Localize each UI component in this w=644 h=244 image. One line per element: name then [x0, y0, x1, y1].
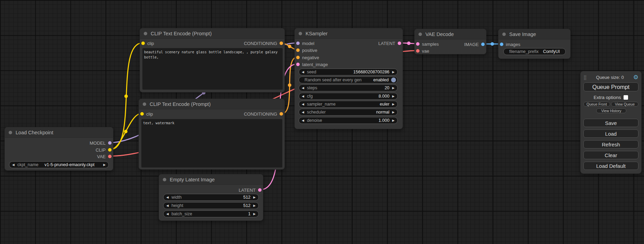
right-arrow-icon[interactable]: ▶	[250, 202, 258, 209]
clear-button[interactable]: Clear	[583, 151, 638, 159]
slot-dot[interactable]	[108, 155, 112, 158]
widget-steps[interactable]: ◀ steps 20 ▶	[299, 84, 398, 91]
prompt-textarea[interactable]: beautiful scenery nature glass bottle la…	[142, 48, 283, 90]
right-arrow-icon[interactable]: ▶	[250, 211, 258, 217]
left-arrow-icon[interactable]: ◀	[299, 85, 307, 91]
right-arrow-icon[interactable]: ▶	[389, 101, 397, 107]
left-arrow-icon[interactable]: ◀	[9, 162, 17, 168]
left-arrow-icon[interactable]: ◀	[164, 194, 171, 200]
input-slot-positive[interactable]: positive	[296, 47, 317, 54]
node-vae-decode[interactable]: VAE Decode samples vae IMAGE	[414, 29, 486, 54]
right-arrow-icon[interactable]: ▶	[389, 109, 397, 115]
slot-dot[interactable]	[280, 42, 283, 45]
input-slot-images[interactable]: images	[500, 41, 520, 48]
slot-dot[interactable]	[140, 112, 144, 116]
node-save-image[interactable]: Save Image images filename_prefix ComfyU…	[498, 29, 571, 59]
left-arrow-icon[interactable]: ◀	[299, 101, 307, 107]
output-slot-image[interactable]: IMAGE	[464, 41, 485, 48]
left-arrow-icon[interactable]: ◀	[299, 69, 307, 75]
node-title-bar[interactable]: VAE Decode	[415, 29, 486, 39]
slot-dot[interactable]	[481, 43, 485, 46]
slot-dot[interactable]	[296, 48, 300, 52]
widget-denoise[interactable]: ◀ denoise 1.000 ▶	[299, 117, 398, 124]
node-clip-text-encode-negative[interactable]: CLIP Text Encode (Prompt) clip CONDITION…	[139, 99, 285, 170]
left-arrow-icon[interactable]: ◀	[164, 211, 171, 217]
input-slot-clip[interactable]: clip	[141, 40, 154, 47]
widget-scheduler[interactable]: ◀ scheduler normal ▶	[299, 109, 398, 116]
slot-dot[interactable]	[416, 42, 420, 46]
load-default-button[interactable]: Load Default	[583, 162, 638, 170]
collapse-dot-icon[interactable]	[163, 178, 166, 181]
output-slot-clip[interactable]: CLIP	[96, 146, 112, 153]
input-slot-clip[interactable]: clip	[140, 110, 153, 117]
node-graph-canvas[interactable]: Load Checkpoint MODEL CLIP VAE ◀ ckpt_na…	[0, 0, 644, 244]
collapse-dot-icon[interactable]	[9, 131, 12, 134]
slot-dot[interactable]	[296, 42, 300, 45]
output-slot-latent[interactable]: LATENT	[378, 40, 401, 47]
left-arrow-icon[interactable]: ◀	[299, 117, 307, 124]
widget-cfg[interactable]: ◀ cfg 8.000 ▶	[299, 93, 398, 100]
settings-gear-icon[interactable]: ⚙	[633, 74, 638, 80]
slot-dot[interactable]	[108, 141, 112, 145]
queue-prompt-button[interactable]: Queue Prompt	[583, 82, 638, 91]
panel-drag-handle-icon[interactable]: ⣿	[583, 75, 587, 80]
widget-width[interactable]: ◀ width 512 ▶	[163, 194, 259, 201]
slot-dot[interactable]	[416, 49, 420, 53]
output-slot-conditioning[interactable]: CONDITIONING	[244, 40, 283, 47]
slot-dot[interactable]	[280, 112, 283, 116]
extra-options-checkbox[interactable]	[624, 95, 628, 100]
output-slot-vae[interactable]: VAE	[97, 153, 112, 160]
node-title-bar[interactable]: CLIP Text Encode (Prompt)	[140, 28, 284, 39]
load-button[interactable]: Load	[583, 129, 638, 138]
slot-dot[interactable]	[500, 43, 503, 46]
right-arrow-icon[interactable]: ▶	[100, 162, 108, 168]
view-history-button[interactable]: View History	[596, 108, 626, 113]
output-slot-model[interactable]: MODEL	[90, 139, 112, 146]
node-title-bar[interactable]: KSampler	[295, 28, 403, 39]
widget-height[interactable]: ◀ height 512 ▶	[163, 202, 259, 209]
node-empty-latent-image[interactable]: Empty Latent Image LATENT ◀ width 512 ▶ …	[159, 174, 263, 221]
input-slot-negative[interactable]: negative	[296, 54, 319, 61]
collapse-dot-icon[interactable]	[502, 33, 506, 36]
collapse-dot-icon[interactable]	[143, 102, 146, 106]
slot-dot[interactable]	[258, 188, 262, 192]
input-slot-samples[interactable]: samples	[416, 40, 439, 47]
refresh-button[interactable]: Refresh	[583, 140, 638, 148]
right-arrow-icon[interactable]: ▶	[389, 85, 397, 91]
left-arrow-icon[interactable]: ◀	[164, 202, 171, 209]
slot-dot[interactable]	[398, 42, 401, 45]
left-arrow-icon[interactable]: ◀	[299, 93, 307, 99]
widget-sampler-name[interactable]: ◀ sampler_name euler ▶	[299, 101, 398, 108]
widget-seed[interactable]: ◀ seed 156680208700286 ▶	[299, 69, 398, 75]
right-arrow-icon[interactable]: ▶	[250, 194, 258, 200]
collapse-dot-icon[interactable]	[144, 32, 147, 35]
widget-batch-size[interactable]: ◀ batch_size 1 ▶	[163, 210, 259, 217]
view-queue-button[interactable]: View Queue	[611, 102, 638, 107]
toggle-knob-icon[interactable]	[391, 78, 396, 82]
right-arrow-icon[interactable]: ▶	[389, 117, 397, 124]
save-button[interactable]: Save	[583, 119, 638, 127]
slot-dot[interactable]	[296, 56, 300, 59]
input-slot-vae[interactable]: vae	[416, 47, 429, 54]
collapse-dot-icon[interactable]	[299, 32, 302, 35]
output-slot-latent[interactable]: LATENT	[239, 187, 262, 193]
widget-ckpt-name[interactable]: ◀ ckpt_name v1-5-pruned-emaonly.ckpt ▶	[9, 161, 109, 168]
node-clip-text-encode-positive[interactable]: CLIP Text Encode (Prompt) clip CONDITION…	[140, 28, 285, 92]
output-slot-conditioning[interactable]: CONDITIONING	[244, 110, 283, 117]
slot-dot[interactable]	[296, 63, 300, 66]
prompt-textarea[interactable]: text, watermark	[141, 119, 282, 168]
widget-random-seed-toggle[interactable]: Random seed after every gen enabled	[299, 76, 398, 83]
node-title-bar[interactable]: Save Image	[499, 29, 570, 39]
right-arrow-icon[interactable]: ▶	[389, 93, 397, 99]
node-ksampler[interactable]: KSampler model positive negative latent_…	[294, 28, 403, 129]
left-arrow-icon[interactable]: ◀	[299, 109, 307, 115]
input-slot-model[interactable]: model	[296, 40, 314, 47]
node-load-checkpoint[interactable]: Load Checkpoint MODEL CLIP VAE ◀ ckpt_na…	[5, 127, 113, 171]
input-slot-latent-image[interactable]: latent_image	[296, 61, 328, 68]
collapse-dot-icon[interactable]	[418, 33, 422, 36]
node-title-bar[interactable]: Load Checkpoint	[5, 127, 113, 138]
slot-dot[interactable]	[141, 42, 145, 45]
queue-front-button[interactable]: Queue Front	[583, 102, 610, 107]
slot-dot[interactable]	[108, 148, 112, 152]
node-title-bar[interactable]: CLIP Text Encode (Prompt)	[139, 99, 284, 109]
